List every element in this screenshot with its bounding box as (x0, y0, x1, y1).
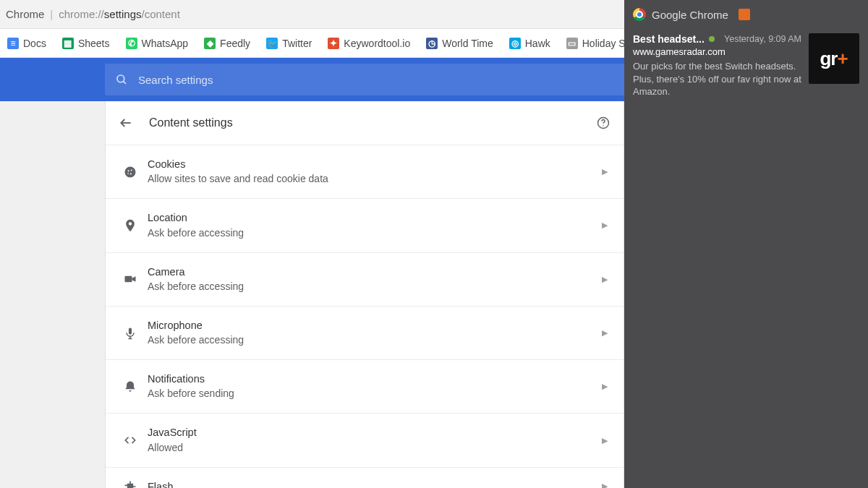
page-icon: ▭ (566, 38, 578, 49)
chevron-right-icon: ▶ (602, 436, 608, 445)
thumb-text-b: + (837, 48, 848, 70)
svg-point-6 (127, 170, 129, 171)
bookmark-label: WhatsApp (142, 38, 189, 49)
sheets-icon: ▦ (62, 38, 74, 49)
notification-header: Google Chrome (624, 0, 868, 29)
setting-row-location[interactable]: LocationAsk before accessing▶ (106, 198, 624, 252)
bookmark-label: Sheets (78, 38, 110, 49)
row-title: Flash (148, 479, 602, 488)
row-title: Camera (148, 265, 602, 279)
search-settings-field[interactable] (105, 64, 626, 95)
bookmark-label: Twitter (282, 38, 312, 49)
setting-row-flash[interactable]: Flash▶ (106, 467, 624, 488)
back-arrow-icon[interactable] (119, 116, 133, 130)
bookmark-whatsapp[interactable]: ✆WhatsApp (126, 38, 189, 49)
svg-rect-11 (125, 276, 132, 282)
app-name: Chrome (6, 8, 44, 20)
app-badge-icon (739, 9, 750, 20)
hawk-icon: ◎ (509, 38, 521, 49)
notification-site: www.gamesradar.com (633, 46, 801, 57)
keyword-icon: ✦ (328, 38, 339, 49)
bookmark-label: Docs (23, 38, 46, 49)
url-display[interactable]: chrome://settings/content (59, 8, 180, 20)
search-input[interactable] (138, 74, 616, 86)
row-subtitle: Ask before sending (148, 386, 602, 401)
url-highlight: settings (104, 8, 142, 20)
bookmark-worldtime[interactable]: ◷World Time (426, 38, 493, 49)
twitter-icon: 🐦 (266, 38, 278, 49)
svg-line-1 (123, 81, 126, 84)
notification-app-name: Google Chrome (652, 9, 728, 21)
bookmark-label: Hawk (525, 38, 550, 49)
whatsapp-icon: ✆ (126, 38, 137, 49)
feedly-icon: ◆ (204, 38, 216, 49)
svg-point-9 (127, 173, 129, 174)
svg-point-8 (130, 173, 132, 174)
camera-icon (119, 272, 142, 286)
setting-row-cookies[interactable]: CookiesAllow sites to save and read cook… (106, 145, 624, 198)
notification-card[interactable]: Best headset... Yesterday, 9:09 AM www.g… (624, 29, 868, 107)
plugin-icon (119, 479, 142, 488)
help-icon[interactable] (596, 116, 610, 130)
bell-icon (119, 380, 142, 394)
notification-center: Google Chrome Best headset... Yesterday,… (624, 0, 868, 488)
svg-point-7 (131, 169, 132, 171)
setting-row-camera[interactable]: CameraAsk before accessing▶ (106, 252, 624, 306)
row-title: JavaScript (148, 425, 602, 440)
page-background: Content settings CookiesAllow sites to s… (0, 101, 624, 488)
docs-icon: ≡ (7, 38, 19, 49)
row-title: Microphone (148, 318, 602, 333)
chrome-icon (633, 8, 646, 21)
worldtime-icon: ◷ (426, 38, 438, 49)
bookmark-label: Feedly (220, 38, 250, 49)
notification-time: Yesterday, 9:09 AM (724, 34, 801, 44)
url-path: /content (142, 8, 180, 20)
svg-point-4 (603, 125, 604, 127)
bookmark-label: World Time (442, 38, 493, 49)
notification-body: Our picks for the best Switch headsets. … (633, 60, 801, 98)
row-subtitle: Allow sites to save and read cookie data (148, 171, 602, 187)
notification-thumbnail: gr+ (809, 33, 859, 84)
separator: | (50, 8, 53, 20)
svg-rect-12 (129, 328, 132, 334)
row-title: Location (148, 210, 602, 225)
chevron-right-icon: ▶ (602, 382, 608, 391)
bookmark-docs[interactable]: ≡Docs (7, 38, 46, 49)
chevron-right-icon: ▶ (602, 221, 608, 230)
bookmark-label: Keywordtool.io (344, 38, 410, 49)
notification-title-text: Best headset... (633, 33, 705, 45)
row-subtitle: Allowed (148, 440, 602, 455)
row-subtitle: Ask before accessing (148, 279, 602, 294)
setting-row-javascript[interactable]: JavaScriptAllowed▶ (106, 413, 624, 466)
row-subtitle: Ask before accessing (148, 226, 602, 241)
svg-point-5 (125, 166, 136, 177)
svg-point-0 (117, 75, 124, 82)
chevron-right-icon: ▶ (602, 275, 608, 284)
notification-title: Best headset... (633, 33, 715, 45)
panel-title: Content settings (149, 116, 580, 129)
microphone-icon (119, 326, 142, 341)
code-icon (119, 433, 142, 448)
cookie-icon (119, 165, 142, 179)
svg-point-10 (129, 222, 132, 225)
setting-row-microphone[interactable]: MicrophoneAsk before accessing▶ (106, 306, 624, 359)
bookmark-hawk[interactable]: ◎Hawk (509, 38, 550, 49)
url-scheme: chrome:// (59, 8, 104, 20)
thumb-text-a: gr (820, 48, 837, 70)
bookmark-twitter[interactable]: 🐦Twitter (266, 38, 312, 49)
unread-dot-icon (709, 36, 715, 42)
bookmark-sheets[interactable]: ▦Sheets (62, 38, 110, 49)
bookmark-feedly[interactable]: ◆Feedly (204, 38, 250, 49)
row-title: Notifications (148, 372, 602, 386)
content-settings-panel: Content settings CookiesAllow sites to s… (105, 101, 624, 488)
panel-header: Content settings (106, 101, 624, 145)
location-icon (119, 218, 142, 233)
chevron-right-icon: ▶ (602, 328, 608, 338)
setting-row-notifications[interactable]: NotificationsAsk before sending▶ (106, 359, 624, 413)
chevron-right-icon: ▶ (602, 481, 608, 488)
chevron-right-icon: ▶ (602, 167, 608, 176)
row-subtitle: Ask before accessing (148, 333, 602, 348)
bookmark-keyword[interactable]: ✦Keywordtool.io (328, 38, 410, 49)
row-title: Cookies (148, 157, 602, 171)
search-icon (115, 73, 128, 86)
